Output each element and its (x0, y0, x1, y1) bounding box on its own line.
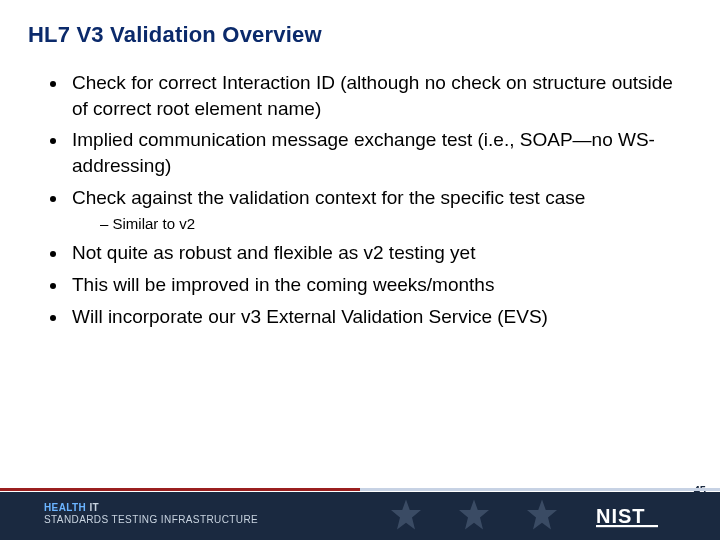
footer-bar: HEALTH IT STANDARDS TESTING INFRASTRUCTU… (0, 492, 720, 540)
svg-marker-2 (527, 500, 557, 530)
star-icon (388, 498, 424, 534)
list-item: Check against the validation context for… (68, 185, 680, 235)
footer-brand-accent: HEALTH (44, 502, 86, 513)
bullet-text: Implied communication message exchange t… (72, 129, 655, 176)
slide-title: HL7 V3 Validation Overview (28, 22, 322, 48)
list-item: Implied communication message exchange t… (68, 127, 680, 178)
list-item: Will incorporate our v3 External Validat… (68, 304, 680, 330)
nist-logo-text: NIST (596, 505, 646, 527)
footer-stars (388, 498, 560, 534)
bullet-text: This will be improved in the coming week… (72, 274, 494, 295)
footer-line1: HEALTH IT (44, 502, 258, 514)
list-item: Not quite as robust and flexible as v2 t… (68, 240, 680, 266)
bullet-text: Not quite as robust and flexible as v2 t… (72, 242, 475, 263)
list-item: This will be improved in the coming week… (68, 272, 680, 298)
bullet-text: Similar to v2 (113, 215, 196, 232)
slide-body: Check for correct Interaction ID (althou… (40, 70, 680, 335)
star-icon (524, 498, 560, 534)
slide: HL7 V3 Validation Overview Check for cor… (0, 0, 720, 540)
footer-branding: HEALTH IT STANDARDS TESTING INFRASTRUCTU… (44, 502, 258, 526)
list-item: Similar to v2 (100, 214, 680, 234)
footer-divider (0, 488, 720, 491)
nist-logo: NIST (596, 504, 674, 532)
bullet-text: Check against the validation context for… (72, 187, 585, 208)
svg-marker-0 (391, 500, 421, 530)
svg-marker-1 (459, 500, 489, 530)
bullet-list: Check for correct Interaction ID (althou… (40, 70, 680, 329)
star-icon (456, 498, 492, 534)
bullet-text: Will incorporate our v3 External Validat… (72, 306, 548, 327)
footer-brand-suffix: IT (86, 502, 99, 513)
list-item: Check for correct Interaction ID (althou… (68, 70, 680, 121)
svg-rect-3 (596, 525, 658, 527)
footer-line2: STANDARDS TESTING INFRASTRUCTURE (44, 514, 258, 526)
sub-bullet-list: Similar to v2 (72, 214, 680, 234)
bullet-text: Check for correct Interaction ID (althou… (72, 72, 673, 119)
